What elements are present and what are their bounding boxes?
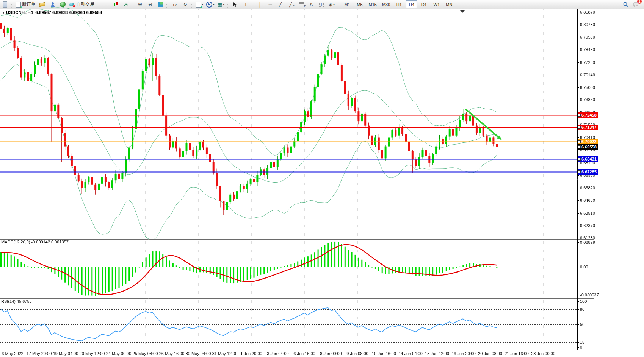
chart-canvas[interactable] (0, 0, 644, 357)
mt4-window: + 新订单 自动交易 ⊕ ⊖ ↦ ↻ + ▾ ▾ ▦ ▾ (0, 0, 644, 357)
